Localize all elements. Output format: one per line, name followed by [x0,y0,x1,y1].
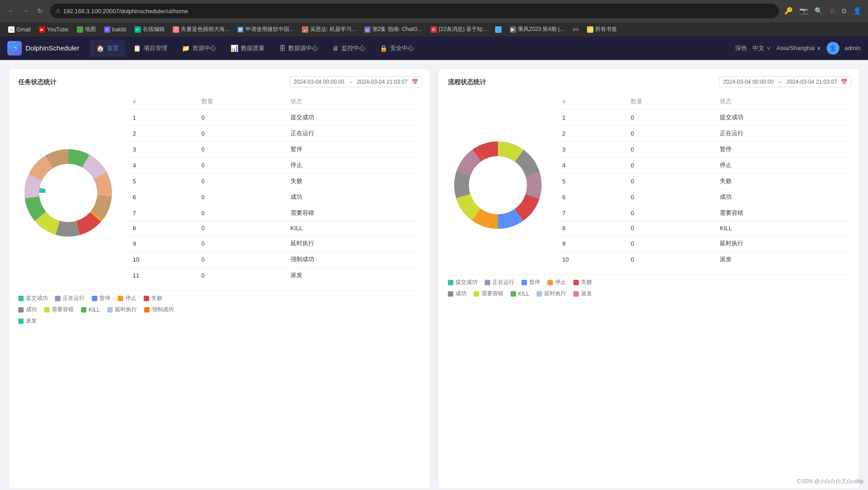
row-status: 正在运行 [714,126,850,141]
bookmark-all[interactable]: 📁 所有书签 [583,24,621,35]
legend-dot [474,291,479,297]
table-row: 8 0 KILL [557,221,850,236]
legend-item: 成功 [18,306,37,313]
theme-selector[interactable]: 深色 [735,44,747,52]
bookmark-globe[interactable]: 🌐 [492,25,505,34]
legend-dot [144,296,149,301]
row-count: 0 [625,173,714,189]
bookmark-icon[interactable]: ☆ [828,5,837,17]
reload-button[interactable]: ↻ [34,5,46,17]
legend-label: 需要容错 [482,290,503,298]
legend-label: 暂停 [529,278,540,286]
row-count: 0 [625,141,714,157]
bookmark-map[interactable]: 📍 地图 [73,24,100,35]
security-icon: ⚠ [55,8,60,14]
row-count: 0 [196,205,285,221]
legend-label: 成功 [26,306,37,313]
row-status: 暂停 [285,141,421,157]
table-row: 10 0 强制成功 [127,252,421,268]
nav-project[interactable]: 📋 项目管理 [127,40,174,56]
address-bar[interactable]: ⚠ 192.168.3.100:20007/dolphinscheduler/u… [50,4,779,18]
row-num: 8 [127,221,196,236]
bookmark-baklib[interactable]: b baklib [100,25,130,34]
legend-item: 强制成功 [144,306,174,313]
bookmark-ml[interactable]: 📚 吴恩达: 机器学习... [298,24,360,35]
gmail-favicon: G [8,26,15,33]
row-num: 5 [127,173,196,189]
lang-chevron: ∨ [766,45,771,51]
bookmark-microsoft[interactable]: 🪟 申请使用微软中国... [234,24,297,35]
row-count: 0 [196,268,285,283]
timezone-selector[interactable]: Asia/Shanghai ∨ [777,45,821,51]
row-status: 提交成功 [714,110,850,126]
password-icon[interactable]: 🔑 [783,5,795,17]
extension-icon[interactable]: ⧉ [840,5,848,17]
legend-item: 停止 [118,294,136,302]
flow-date-range[interactable]: 2024-03-04 00:00:00 → 2024-03-04 21:03:0… [719,76,852,87]
bookmark-video[interactable]: ▶ 乘风2023 第4期 (... [506,24,568,35]
task-date-range[interactable]: 2024-03-04 00:00:00 → 2024-03-04 21:03:0… [290,76,422,87]
svg-point-11 [45,170,91,216]
task-donut-chart [23,147,114,238]
task-chart-container [18,94,118,283]
task-table-container: # 数量 状态 1 0 提交成功 2 0 正在运行 3 0 暂停 4 0 停止 … [127,94,421,283]
row-num: 10 [557,252,626,268]
screenshot-icon[interactable]: 📷 [798,5,810,17]
lang-selector[interactable]: 中文 ∨ [753,44,771,52]
nav-quality[interactable]: 📊 数据质量 [224,40,271,56]
app-logo: 🐬 DolphinScheduler [7,41,79,56]
legend-item: 成功 [448,290,467,298]
bookmark-youtube[interactable]: ▶ YouTube [35,25,72,34]
more-label: >> [572,26,579,33]
legend-dot [18,318,24,324]
bookmark-design[interactable]: 🎨 失量蓝色插画大海... [169,24,233,35]
bookmark-microsoft-label: 申请使用微软中国... [246,25,294,33]
bookmark-editor[interactable]: ✏ 在线编辑 [131,24,168,35]
security-nav-icon: 🔒 [380,45,387,52]
flow-date-to: 2024-03-04 21:03:07 [787,79,837,85]
nav-resource[interactable]: 📁 资源中心 [176,40,222,56]
legend-dot [107,307,113,313]
flow-stats-table: # 数量 状态 1 0 提交成功 2 0 正在运行 3 0 暂停 4 0 停止 … [557,94,850,267]
legend-label: 派发 [26,317,37,325]
nav-security[interactable]: 🔒 安全中心 [373,40,420,56]
csdn-favicon: C [431,26,437,33]
legend-label: 停止 [555,278,566,286]
table-row: 2 0 正在运行 [127,126,421,141]
row-num: 6 [557,189,626,205]
legend-item: 暂停 [522,278,540,286]
user-avatar[interactable]: 👤 [827,42,839,55]
row-count: 0 [625,157,714,173]
nav-monitor-label: 监控中心 [341,44,365,52]
row-count: 0 [625,189,714,205]
bookmark-csdn[interactable]: C (22条消息) 基于知... [427,24,491,35]
bookmark-chatg[interactable]: 🤖 第2集 指南- ChatG... [361,24,426,35]
row-count: 0 [625,205,714,221]
forward-button[interactable]: → [19,5,32,17]
row-num: 9 [127,236,196,252]
legend-dot [92,296,97,301]
table-row: 8 0 KILL [127,221,421,236]
nav-right: 深色 中文 ∨ Asia/Shanghai ∨ 👤 admin [735,42,861,55]
row-status: 成功 [714,189,850,205]
legend-label: 失败 [151,294,162,302]
legend-item: 需要容错 [474,290,503,298]
legend-dot [448,280,453,285]
nav-monitor[interactable]: 🖥 监控中心 [326,40,371,56]
nav-home[interactable]: 🏠 首页 [90,40,125,56]
bookmark-more[interactable]: >> [569,25,582,34]
nav-datasource[interactable]: 🗄 数据源中心 [273,40,324,56]
row-status: 需要容错 [285,205,421,221]
table-row: 4 0 停止 [127,157,421,173]
flow-col-count: 数量 [625,94,714,110]
table-row: 9 0 延时执行 [127,236,421,252]
bookmark-gmail[interactable]: G Gmail [5,25,34,34]
row-num: 4 [557,157,626,173]
row-status: 派发 [714,252,850,268]
profile-icon[interactable]: 👤 [851,5,863,17]
row-status: 延时执行 [285,236,421,252]
nav-buttons: ← → ↻ [5,5,46,17]
zoom-icon[interactable]: 🔍 [813,5,825,17]
back-button[interactable]: ← [5,5,17,17]
flow-legend: 提交成功正在运行暂停停止失败成功需要容错KILL延时执行派发 [448,274,850,298]
